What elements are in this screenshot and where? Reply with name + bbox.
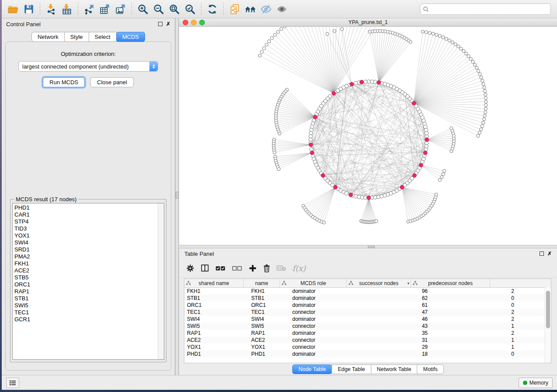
- network-node[interactable]: [448, 39, 451, 42]
- mcds-result-node[interactable]: SWI4: [14, 239, 158, 246]
- network-node[interactable]: [450, 127, 453, 130]
- network-node[interactable]: [477, 134, 480, 138]
- network-node[interactable]: [483, 89, 486, 93]
- network-node[interactable]: [438, 179, 441, 182]
- network-node[interactable]: [469, 57, 472, 60]
- table-scrollbar[interactable]: [545, 287, 551, 363]
- network-node[interactable]: [345, 192, 348, 195]
- column-header-predecessor-nodes[interactable]: predecessor nodes: [411, 279, 490, 287]
- export-image-button[interactable]: [114, 2, 128, 16]
- mcds-network-node[interactable]: [332, 91, 336, 95]
- network-node[interactable]: [280, 28, 283, 31]
- close-table-panel-icon[interactable]: ✗: [547, 251, 552, 256]
- mcds-result-node[interactable]: GCR1: [14, 316, 158, 323]
- network-node[interactable]: [333, 29, 336, 32]
- mcds-network-node[interactable]: [425, 138, 429, 142]
- network-node[interactable]: [454, 43, 457, 46]
- table-row[interactable]: ORC1ORC1dominator610: [184, 302, 551, 309]
- network-node[interactable]: [484, 93, 487, 96]
- task-history-button[interactable]: [6, 378, 19, 388]
- network-node[interactable]: [322, 221, 325, 224]
- network-canvas[interactable]: [179, 27, 557, 245]
- network-node[interactable]: [451, 41, 454, 44]
- mcds-result-node[interactable]: STB1: [14, 295, 158, 302]
- mcds-network-node[interactable]: [377, 81, 381, 85]
- column-header-successor-nodes[interactable]: successor nodes▾: [347, 279, 411, 287]
- network-node[interactable]: [478, 131, 481, 134]
- network-node[interactable]: [484, 103, 488, 107]
- network-node[interactable]: [435, 33, 438, 36]
- table-row[interactable]: YOX1YOX1connector291: [184, 344, 551, 351]
- export-network-button[interactable]: [82, 2, 96, 16]
- network-node[interactable]: [478, 72, 481, 76]
- sort-chevron-icon[interactable]: ▾: [407, 281, 409, 285]
- tab-network[interactable]: Network: [31, 32, 65, 42]
- hide-selected-button[interactable]: [259, 2, 273, 16]
- tab-mcds[interactable]: MCDS: [116, 32, 145, 42]
- first-neighbors-button[interactable]: [243, 2, 257, 16]
- search-input[interactable]: [429, 6, 548, 13]
- close-panel-icon[interactable]: ✗: [166, 21, 170, 27]
- mcds-result-node[interactable]: PHD1: [14, 204, 158, 211]
- network-node[interactable]: [442, 36, 445, 39]
- add-column-icon[interactable]: [249, 264, 257, 272]
- mcds-result-node[interactable]: STP4: [14, 218, 158, 225]
- mcds-result-node[interactable]: TID3: [14, 225, 158, 232]
- network-node[interactable]: [445, 37, 448, 40]
- network-node[interactable]: [481, 79, 484, 82]
- network-node[interactable]: [475, 66, 478, 69]
- network-node[interactable]: [425, 31, 428, 34]
- tab-edge-table[interactable]: Edge Table: [332, 364, 371, 374]
- network-node[interactable]: [479, 128, 482, 131]
- network-node[interactable]: [477, 69, 480, 72]
- network-node[interactable]: [375, 220, 378, 223]
- zoom-out-button[interactable]: [152, 2, 166, 16]
- mcds-network-node[interactable]: [419, 163, 423, 167]
- horizontal-splitter[interactable]: [179, 245, 557, 248]
- settings-gear-icon[interactable]: [186, 264, 194, 272]
- network-node[interactable]: [443, 169, 446, 172]
- network-node[interactable]: [438, 34, 441, 38]
- table-row[interactable]: SWI5SWI5connector431: [184, 323, 551, 330]
- network-node[interactable]: [263, 47, 266, 50]
- mcds-network-node[interactable]: [310, 151, 314, 155]
- select-all-icon[interactable]: [215, 264, 226, 272]
- network-node[interactable]: [432, 32, 435, 35]
- network-node[interactable]: [440, 175, 443, 179]
- export-table-button[interactable]: [98, 2, 112, 16]
- table-row[interactable]: ACE2ACE2connector311: [184, 337, 551, 344]
- mcds-result-node[interactable]: RAP1: [14, 288, 158, 295]
- network-node[interactable]: [277, 168, 280, 171]
- network-node[interactable]: [442, 172, 445, 175]
- deselect-all-icon[interactable]: [232, 264, 242, 272]
- network-node[interactable]: [457, 45, 460, 48]
- network-node[interactable]: [483, 118, 486, 121]
- network-node[interactable]: [480, 76, 483, 79]
- mcds-result-node[interactable]: STB5: [14, 274, 158, 281]
- network-node[interactable]: [462, 49, 465, 52]
- network-node[interactable]: [483, 114, 486, 117]
- tab-style[interactable]: Style: [64, 32, 89, 42]
- network-node[interactable]: [484, 111, 487, 114]
- network-node[interactable]: [482, 121, 485, 124]
- mcds-network-node[interactable]: [321, 173, 325, 177]
- memory-button[interactable]: Memory: [519, 378, 553, 388]
- mcds-network-node[interactable]: [412, 101, 416, 105]
- network-node[interactable]: [354, 81, 357, 85]
- mcds-result-node[interactable]: YOX1: [14, 232, 158, 239]
- network-node[interactable]: [273, 33, 277, 36]
- mcds-network-node[interactable]: [333, 186, 337, 189]
- mcds-result-list[interactable]: PHD1CAR1STP4TID3YOX1SWI4SRD1PMA2FKH1ACE2…: [12, 203, 164, 360]
- save-button[interactable]: [22, 2, 36, 16]
- delete-row-icon[interactable]: [263, 264, 270, 272]
- table-row[interactable]: SWI4SWI4dominator462: [184, 316, 551, 323]
- import-network-button[interactable]: [44, 2, 58, 16]
- mcds-network-node[interactable]: [313, 115, 317, 119]
- show-columns-icon[interactable]: [201, 264, 209, 272]
- network-node[interactable]: [435, 193, 438, 196]
- search-box[interactable]: [420, 3, 551, 15]
- mcds-result-node[interactable]: TEC1: [14, 309, 158, 316]
- network-node[interactable]: [467, 55, 470, 58]
- import-table-button[interactable]: [60, 2, 74, 16]
- table-row[interactable]: FKH1FKH1dominator962: [184, 288, 551, 295]
